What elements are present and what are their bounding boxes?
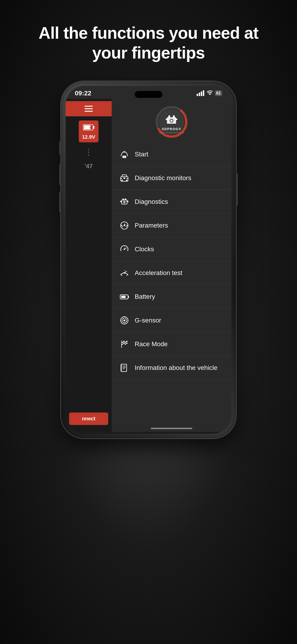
wifi-icon xyxy=(206,90,212,96)
power-button[interactable] xyxy=(236,174,238,206)
svg-point-40 xyxy=(124,248,125,250)
svg-rect-9 xyxy=(168,116,170,118)
menu-item-clocks[interactable]: Clocks xyxy=(112,238,232,261)
svg-point-22 xyxy=(126,180,127,181)
svg-text:SDPROG®: SDPROG® xyxy=(162,127,182,131)
menu-item-battery[interactable]: − + Battery xyxy=(112,285,232,309)
sidebar-number: '47 xyxy=(84,162,92,170)
svg-rect-30 xyxy=(127,201,128,202)
car-front-icon xyxy=(118,172,130,184)
volume-up-button[interactable] xyxy=(59,141,61,155)
battery-menu-icon: − + xyxy=(118,291,130,302)
svg-rect-1 xyxy=(93,126,94,129)
svg-text:−: − xyxy=(84,126,85,129)
menu-label-parameters: Parameters xyxy=(135,222,168,229)
car-plug-icon xyxy=(118,148,130,160)
menu-label-g-sensor: G-sensor xyxy=(135,317,161,324)
menu-list: Start xyxy=(112,142,232,425)
menu-item-start[interactable]: Start xyxy=(112,142,232,166)
menu-item-parameters[interactable]: Parameters xyxy=(112,214,232,238)
svg-rect-29 xyxy=(120,201,122,202)
menu-label-battery: Battery xyxy=(135,293,155,300)
svg-rect-28 xyxy=(125,198,126,200)
screen-content: − + 12.9V '47 nnect xyxy=(66,99,232,432)
menu-item-g-sensor[interactable]: G-sensor xyxy=(112,309,232,332)
headline-line2: your fingertips xyxy=(92,44,205,62)
checkered-flag-icon xyxy=(118,338,130,350)
connect-button[interactable]: nnect xyxy=(69,412,108,425)
svg-rect-64 xyxy=(124,341,126,342)
svg-rect-66 xyxy=(126,342,128,343)
menu-item-race-mode[interactable]: Race Mode xyxy=(112,332,232,356)
hamburger-button[interactable] xyxy=(66,101,112,116)
dynamic-island xyxy=(135,91,162,98)
acceleration-icon xyxy=(118,267,130,279)
svg-point-14 xyxy=(170,120,173,122)
svg-text:−: − xyxy=(121,296,122,298)
svg-rect-69 xyxy=(123,344,125,344)
menu-item-diagnostics[interactable]: Diagnostics xyxy=(112,190,232,214)
svg-text:+: + xyxy=(89,126,91,129)
headline: All the functions you need at your finge… xyxy=(20,0,277,77)
headline-line1: All the functions you need at xyxy=(38,24,258,42)
menu-label-diagnostic-monitors: Diagnostic monitors xyxy=(135,174,191,182)
svg-rect-25 xyxy=(127,178,128,179)
battery-percent: 61 xyxy=(216,91,221,96)
speedometer-icon xyxy=(118,244,130,255)
svg-rect-24 xyxy=(121,178,122,179)
phone-mockup: 09:22 61 xyxy=(61,81,236,438)
battery-level-indicator: 61 xyxy=(215,90,222,96)
svg-text:+: + xyxy=(124,296,126,298)
svg-rect-65 xyxy=(123,342,125,343)
phone-screen: 09:22 61 xyxy=(66,86,232,434)
svg-rect-19 xyxy=(124,151,125,152)
logo-area: SDPROG® SMART DRIVER PROGRAM xyxy=(112,99,232,142)
svg-text:SMART DRIVER PROGRAM: SMART DRIVER PROGRAM xyxy=(159,132,184,134)
svg-point-45 xyxy=(124,272,125,274)
svg-rect-27 xyxy=(122,198,124,200)
menu-label-start: Start xyxy=(135,151,148,158)
svg-rect-67 xyxy=(122,343,123,344)
silent-button[interactable] xyxy=(59,192,61,212)
svg-rect-12 xyxy=(176,118,177,120)
svg-rect-18 xyxy=(124,151,124,152)
menu-label-clocks: Clocks xyxy=(135,246,154,253)
signal-icon xyxy=(196,90,204,96)
svg-rect-72 xyxy=(121,364,122,371)
target-icon xyxy=(118,315,130,326)
menu-item-acceleration-test[interactable]: Acceleration test xyxy=(112,261,232,285)
hamburger-icon xyxy=(84,106,93,112)
logo-ring-svg: SDPROG® SMART DRIVER PROGRAM xyxy=(156,106,188,138)
engine-icon xyxy=(118,196,130,208)
svg-rect-23 xyxy=(124,178,125,179)
menu-label-acceleration-test: Acceleration test xyxy=(135,269,182,277)
status-icons: 61 xyxy=(196,90,222,96)
volume-down-button[interactable] xyxy=(59,164,61,185)
battery-widget-icon: − + xyxy=(83,123,94,133)
svg-rect-11 xyxy=(166,118,168,120)
gauge-settings-icon xyxy=(118,220,130,231)
svg-point-56 xyxy=(124,320,125,321)
menu-item-diagnostic-monitors[interactable]: Diagnostic monitors xyxy=(112,166,232,190)
svg-rect-10 xyxy=(173,116,175,118)
book-icon xyxy=(118,362,130,374)
menu-item-info-vehicle[interactable]: Information about the vehicle xyxy=(112,356,232,380)
left-sidebar: − + 12.9V '47 nnect xyxy=(66,99,112,432)
svg-rect-63 xyxy=(122,341,123,342)
svg-rect-68 xyxy=(124,343,126,344)
svg-rect-50 xyxy=(128,296,129,298)
sdprog-logo: SDPROG® SMART DRIVER PROGRAM xyxy=(156,106,188,138)
battery-widget: − + 12.9V xyxy=(79,120,98,142)
svg-point-21 xyxy=(121,180,123,181)
status-time: 09:22 xyxy=(75,90,92,97)
dots-indicator xyxy=(88,149,89,156)
home-indicator xyxy=(112,425,232,432)
svg-rect-71 xyxy=(121,364,127,372)
menu-label-diagnostics: Diagnostics xyxy=(135,198,168,206)
menu-label-race-mode: Race Mode xyxy=(135,340,168,348)
main-menu: SDPROG® SMART DRIVER PROGRAM xyxy=(112,99,232,432)
battery-voltage-value: 12.9V xyxy=(82,134,95,140)
svg-rect-70 xyxy=(126,344,128,344)
svg-point-32 xyxy=(124,202,125,202)
home-bar xyxy=(151,428,192,429)
